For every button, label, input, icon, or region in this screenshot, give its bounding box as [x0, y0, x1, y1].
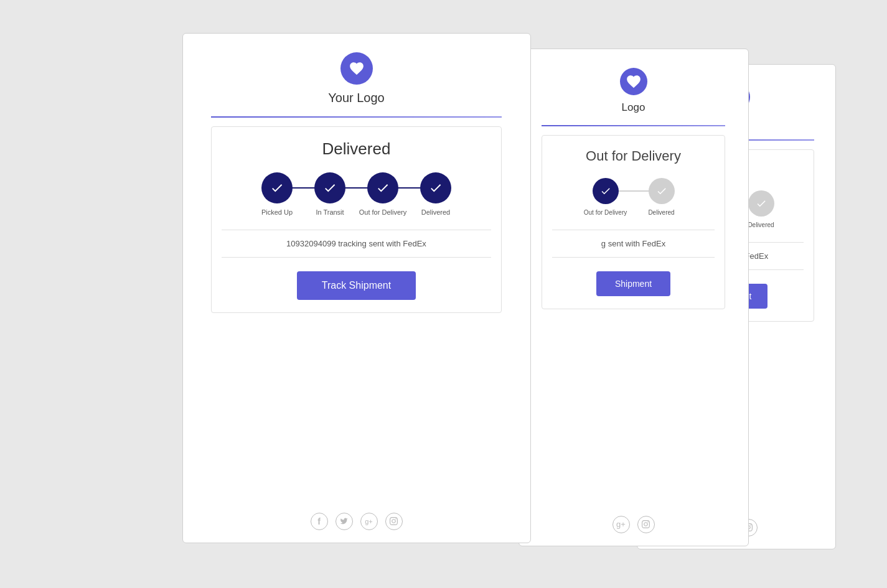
step-label-2-1: Out for Delivery	[584, 209, 627, 216]
step-1-1: Picked Up	[251, 172, 304, 216]
heart-icon-1	[349, 60, 365, 77]
step-circle-3-2	[748, 190, 774, 217]
cards-container: Logo yed Out for Delivery	[164, 27, 724, 562]
check-icon-1-2	[323, 181, 337, 195]
step-circle-1-2	[314, 172, 345, 203]
google-plus-icon-1[interactable]: g+	[360, 513, 378, 530]
divider-thin-1	[222, 230, 490, 230]
logo-text-1: Your Logo	[328, 91, 384, 105]
status-title-1: Delivered	[322, 139, 391, 159]
logo-section-2: Logo	[620, 68, 647, 114]
step-label-1-1: Picked Up	[261, 208, 293, 216]
twitter-svg-1	[340, 517, 348, 525]
step-circle-2-1	[593, 178, 619, 204]
tracking-text-2: g sent with FedEx	[601, 239, 665, 248]
step-label-1-3: Out for Delivery	[359, 208, 406, 216]
instagram-svg-1	[390, 517, 398, 525]
step-circle-2-2	[649, 178, 675, 204]
social-row-1: f g+	[311, 500, 403, 530]
tracker-2: Out for Delivery Delivered	[578, 178, 690, 216]
step-label-2-2: Delivered	[648, 209, 674, 216]
logo-section-1: Your Logo	[328, 52, 384, 105]
divider-blue-1	[211, 116, 501, 118]
step-label-3-2: Delivered	[748, 222, 774, 228]
facebook-icon-1[interactable]: f	[311, 513, 328, 530]
step-1-2: In Transit	[304, 172, 357, 216]
instagram-svg-2	[642, 520, 650, 528]
twitter-icon-1[interactable]	[336, 513, 353, 530]
logo-icon-2	[620, 68, 647, 95]
check-icon-1-3	[376, 181, 390, 195]
check-icon-3-2	[756, 198, 767, 209]
card-1: Your Logo Delivered Picked Up	[182, 33, 531, 543]
heart-icon-2	[626, 73, 642, 90]
step-circle-1-4	[420, 172, 451, 203]
logo-text-2: Logo	[622, 101, 645, 114]
step-circle-1-1	[261, 172, 293, 203]
content-box-1: Delivered Picked Up	[211, 126, 501, 313]
check-icon-1-4	[429, 181, 443, 195]
card-2: Logo Out for Delivery Out for Delivery	[519, 49, 749, 546]
step-circle-1-3	[367, 172, 398, 203]
logo-icon-1	[340, 52, 373, 85]
tracking-text-1: 10932094099 tracking sent with FedEx	[286, 239, 426, 248]
divider-blue-2	[542, 125, 725, 126]
check-icon-1-1	[270, 181, 284, 195]
step-1-3: Out for Delivery	[357, 172, 410, 216]
instagram-icon-2[interactable]	[637, 516, 655, 533]
status-title-2: Out for Delivery	[586, 148, 681, 164]
divider-thin-2	[552, 230, 715, 230]
step-label-1-2: In Transit	[316, 208, 344, 216]
content-box-2: Out for Delivery Out for Delivery	[542, 135, 725, 309]
instagram-icon-1[interactable]	[385, 513, 403, 530]
step-2-2: Delivered	[634, 178, 690, 216]
track-button-2[interactable]: Shipment	[596, 271, 670, 296]
divider-thin-1b	[222, 257, 490, 258]
step-1-4: Delivered	[410, 172, 462, 216]
track-button-1[interactable]: Track Shipment	[297, 271, 416, 300]
social-row-2: g+	[612, 503, 655, 533]
divider-thin-2b	[552, 257, 715, 258]
step-2-1: Out for Delivery	[578, 178, 634, 216]
tracker-1: Picked Up In Transit Out for Delivery	[251, 172, 462, 216]
step-label-1-4: Delivered	[421, 208, 450, 216]
check-icon-2-2	[656, 185, 667, 197]
google-plus-icon-2[interactable]: g+	[612, 516, 630, 533]
check-icon-2-1	[600, 185, 611, 197]
